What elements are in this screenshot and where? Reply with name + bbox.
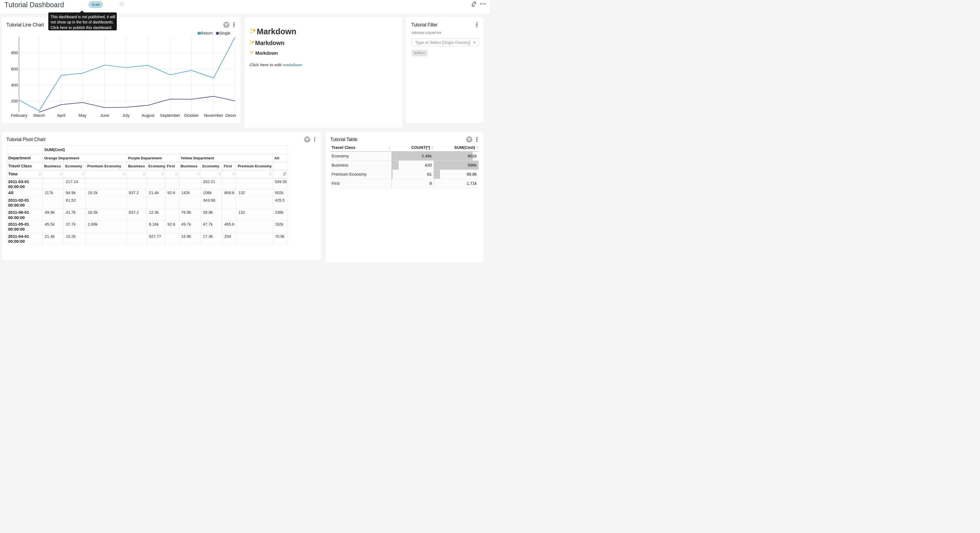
svg-text:October: October (184, 113, 199, 118)
svg-text:March: March (33, 113, 45, 118)
svg-text:February: February (11, 113, 28, 118)
svg-text:August: August (142, 113, 155, 118)
svg-text:September: September (160, 113, 180, 118)
svg-text:May: May (79, 113, 87, 118)
svg-text:June: June (100, 113, 109, 118)
svg-text:July: July (122, 113, 130, 118)
svg-text:800: 800 (11, 50, 18, 55)
svg-text:200: 200 (11, 99, 18, 103)
svg-text:April: April (57, 113, 65, 118)
svg-text:600: 600 (11, 67, 18, 71)
svg-text:December: December (225, 113, 236, 118)
svg-text:November: November (204, 113, 223, 118)
svg-text:400: 400 (11, 83, 18, 87)
